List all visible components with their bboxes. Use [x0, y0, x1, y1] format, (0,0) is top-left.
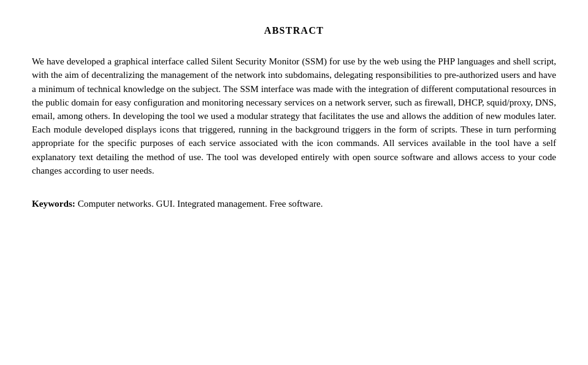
- page: ABSTRACT We have developed a graphical i…: [0, 0, 588, 365]
- keywords-label: Keywords:: [32, 198, 75, 209]
- paragraph-1: We have developed a graphical interface …: [32, 55, 556, 177]
- keywords-text: Computer networks. GUI. Integrated manag…: [75, 198, 323, 209]
- abstract-title: ABSTRACT: [32, 23, 556, 37]
- paragraph-4-text: Each module developed displays icons tha…: [32, 124, 457, 134]
- abstract-body: We have developed a graphical interface …: [32, 55, 556, 183]
- keywords-section: Keywords: Computer networks. GUI. Integr…: [32, 197, 556, 210]
- paragraph-3-text: In developing the tool we used a modular…: [113, 110, 556, 121]
